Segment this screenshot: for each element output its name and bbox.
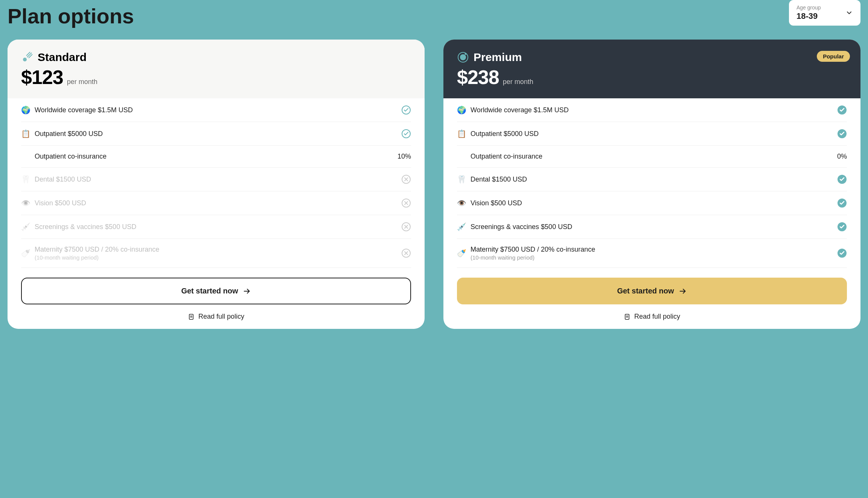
read-full-policy-link[interactable]: Read full policy [443, 304, 860, 329]
globe-icon: 🌍 [21, 105, 30, 115]
feature-label: Outpatient $5000 USD [471, 130, 833, 138]
svg-line-1 [27, 53, 32, 57]
feature-row: 💉Screenings & vaccines $500 USD [457, 215, 847, 239]
clipboard-icon: 📋 [457, 129, 466, 138]
plan-price: $238 [457, 66, 499, 89]
feature-value: 10% [397, 153, 411, 160]
get-started-button[interactable]: Get started now [457, 278, 847, 304]
popular-badge: Popular [817, 51, 850, 62]
feature-label: Vision $500 USD [471, 199, 833, 207]
get-started-button[interactable]: Get started now [21, 278, 411, 304]
clipboard-icon: 📋 [21, 129, 30, 138]
svg-point-16 [465, 53, 467, 55]
plan-header: PremiumPopular$238per month [443, 40, 860, 98]
baby-icon: 🍼 [21, 249, 30, 258]
plan-price: $123 [21, 66, 63, 89]
eye-icon: 👁️ [21, 199, 30, 208]
plan-card-premium: PremiumPopular$238per month🌍Worldwide co… [443, 40, 860, 329]
x-icon [401, 174, 411, 184]
feature-label: Maternity $7500 USD / 20% co-insurance(1… [35, 246, 397, 261]
plan-header: Standard$123per month [8, 40, 425, 98]
feature-label: Vision $500 USD [35, 199, 397, 207]
feature-label: Outpatient $5000 USD [35, 130, 397, 138]
check-icon [837, 222, 847, 232]
arrow-right-icon [243, 287, 251, 295]
x-icon [401, 222, 411, 232]
check-icon [837, 248, 847, 258]
check-icon [837, 174, 847, 184]
document-icon [188, 313, 195, 320]
plan-icon [457, 51, 469, 63]
feature-row: 🌍Worldwide coverage $1.5M USD [21, 98, 411, 122]
x-icon [401, 248, 411, 258]
plan-price-period: per month [67, 78, 97, 86]
check-icon [401, 129, 411, 139]
feature-row: 👁️Vision $500 USD [21, 191, 411, 215]
feature-row: 👁️Vision $500 USD [457, 191, 847, 215]
plan-features: 🌍Worldwide coverage $1.5M USD📋Outpatient… [8, 98, 425, 275]
tooth-icon: 🦷 [457, 175, 466, 184]
globe-icon: 🌍 [457, 105, 466, 115]
check-icon [837, 198, 847, 208]
svg-point-15 [460, 54, 466, 60]
document-icon [624, 313, 630, 320]
feature-row: 📋Outpatient $5000 USD [457, 122, 847, 146]
chevron-down-icon [845, 9, 853, 17]
feature-label: Dental $1500 USD [35, 176, 397, 183]
plan-price-period: per month [503, 78, 533, 86]
feature-row: 🌍Worldwide coverage $1.5M USD [457, 98, 847, 122]
feature-label: Outpatient co-insurance [471, 153, 833, 160]
feature-row: 🍼Maternity $7500 USD / 20% co-insurance(… [21, 239, 411, 268]
feature-row: Outpatient co-insurance0% [457, 146, 847, 168]
plan-name: Premium [474, 51, 522, 64]
arrow-right-icon [679, 287, 687, 295]
age-group-selector[interactable]: Age group 18-39 [789, 0, 860, 26]
plan-card-standard: Standard$123per month🌍Worldwide coverage… [8, 40, 425, 329]
plan-name: Standard [38, 51, 87, 64]
feature-row: Outpatient co-insurance10% [21, 146, 411, 168]
shield-icon: 💉 [457, 222, 466, 231]
age-group-label: Age group [796, 5, 853, 11]
feature-row: 🦷Dental $1500 USD [457, 168, 847, 191]
check-icon [837, 129, 847, 139]
x-icon [401, 198, 411, 208]
feature-label: Worldwide coverage $1.5M USD [35, 106, 397, 114]
read-full-policy-link[interactable]: Read full policy [8, 304, 425, 329]
tooth-icon: 🦷 [21, 175, 30, 184]
eye-icon: 👁️ [457, 199, 466, 208]
feature-label: Worldwide coverage $1.5M USD [471, 106, 833, 114]
baby-icon: 🍼 [457, 249, 466, 258]
feature-label: Screenings & vaccines $500 USD [35, 223, 397, 231]
feature-label: Maternity $7500 USD / 20% co-insurance(1… [471, 246, 833, 261]
check-icon [837, 105, 847, 115]
shield-icon: 💉 [21, 222, 30, 231]
feature-row: 📋Outpatient $5000 USD [21, 122, 411, 146]
page-title: Plan options [8, 0, 134, 28]
svg-point-0 [23, 58, 27, 61]
plan-icon [21, 51, 33, 63]
feature-label: Dental $1500 USD [471, 176, 833, 183]
age-group-value: 18-39 [796, 11, 853, 21]
feature-value: 0% [837, 153, 847, 160]
feature-label: Outpatient co-insurance [35, 153, 393, 160]
feature-row: 💉Screenings & vaccines $500 USD [21, 215, 411, 239]
plan-features: 🌍Worldwide coverage $1.5M USD📋Outpatient… [443, 98, 860, 275]
feature-row: 🍼Maternity $7500 USD / 20% co-insurance(… [457, 239, 847, 268]
check-icon [401, 105, 411, 115]
feature-label: Screenings & vaccines $500 USD [471, 223, 833, 231]
feature-row: 🦷Dental $1500 USD [21, 168, 411, 191]
